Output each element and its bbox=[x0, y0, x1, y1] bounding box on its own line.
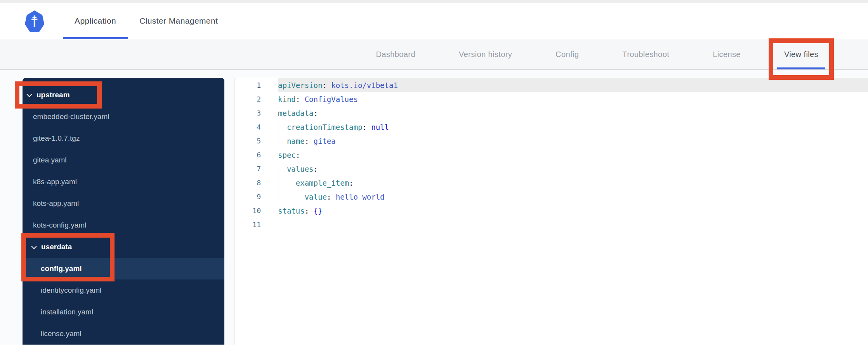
tab-license[interactable]: License bbox=[706, 39, 748, 69]
tab-view-files[interactable]: View files bbox=[777, 39, 825, 69]
file-label: kots-app.yaml bbox=[33, 199, 79, 208]
line-number: 9 bbox=[234, 190, 278, 204]
code-text: metadata: bbox=[278, 106, 868, 120]
tree-file-identityconfig-yaml[interactable]: identityconfig.yaml bbox=[23, 279, 224, 301]
tab-label: License bbox=[713, 50, 741, 59]
token-p: : bbox=[349, 179, 353, 187]
file-label: identityconfig.yaml bbox=[41, 286, 101, 295]
chevron-down-icon[interactable] bbox=[27, 92, 32, 97]
tree-file-k8s-app-yaml[interactable]: k8s-app.yaml bbox=[23, 171, 224, 193]
token-v: kots.io/v1beta1 bbox=[327, 81, 398, 90]
token-p: : bbox=[305, 207, 309, 215]
tab-label: Troubleshoot bbox=[622, 50, 669, 59]
tree-file-gitea-1-0-7-tgz[interactable]: gitea-1.0.7.tgz bbox=[23, 128, 224, 149]
tab-label: Cluster Management bbox=[139, 16, 218, 26]
token-p: : bbox=[314, 165, 318, 173]
token-k: example_item bbox=[296, 179, 349, 187]
code-text: example_item: bbox=[278, 176, 868, 190]
token-v: ConfigValues bbox=[300, 95, 358, 104]
tree-file-installation-yaml[interactable]: installation.yaml bbox=[23, 301, 224, 323]
file-label: kots-config.yaml bbox=[33, 221, 86, 229]
token-v: hello world bbox=[331, 193, 384, 201]
code-text: values: bbox=[278, 162, 868, 176]
token-k: metadata bbox=[278, 109, 314, 117]
code-text: creationTimestamp: null bbox=[278, 120, 868, 134]
token-k: name bbox=[287, 137, 305, 145]
active-tab-underline bbox=[777, 67, 825, 69]
token-p: : bbox=[305, 137, 309, 145]
tab-troubleshoot[interactable]: Troubleshoot bbox=[615, 39, 676, 69]
indent-guide bbox=[278, 190, 287, 204]
line-number: 4 bbox=[234, 120, 278, 134]
tab-label: Config bbox=[556, 50, 579, 59]
token-k: values bbox=[287, 165, 314, 173]
tab-cluster-management[interactable]: Cluster Management bbox=[128, 3, 229, 39]
file-label: embedded-cluster.yaml bbox=[33, 112, 109, 121]
tree-file-kots-app-yaml[interactable]: kots-app.yaml bbox=[23, 193, 224, 214]
line-number: 11 bbox=[234, 218, 278, 232]
app-header: ☨ ApplicationCluster Management bbox=[0, 3, 868, 39]
indent-guide bbox=[278, 176, 287, 190]
code-text: name: gitea bbox=[278, 134, 868, 148]
kubernetes-logo-icon: ☨ bbox=[25, 10, 44, 32]
code-text: apiVersion: kots.io/v1beta1 bbox=[278, 78, 868, 92]
tab-application[interactable]: Application bbox=[63, 3, 128, 39]
line-number: 8 bbox=[234, 176, 278, 190]
indent-guide bbox=[296, 190, 305, 204]
line-number: 7 bbox=[234, 162, 278, 176]
token-p: : bbox=[327, 193, 331, 201]
indent-guide bbox=[278, 162, 287, 176]
file-label: k8s-app.yaml bbox=[33, 178, 77, 186]
tree-file-kots-config-yaml[interactable]: kots-config.yaml bbox=[23, 214, 224, 236]
code-line: 7values: bbox=[234, 162, 868, 176]
header-tabs: ApplicationCluster Management bbox=[63, 3, 229, 39]
tab-config[interactable]: Config bbox=[549, 39, 586, 69]
tree-folder-upstream[interactable]: upstream bbox=[23, 84, 224, 106]
tree-folder-userdata[interactable]: userdata bbox=[23, 236, 224, 258]
code-line: 9value: hello world bbox=[234, 190, 868, 204]
content-area: upstreamembedded-cluster.yamlgitea-1.0.7… bbox=[0, 70, 868, 345]
file-label: installation.yaml bbox=[41, 308, 93, 316]
token-k: apiVersion bbox=[278, 81, 322, 90]
code-line: 8example_item: bbox=[234, 176, 868, 190]
code-line: 5name: gitea bbox=[234, 134, 868, 148]
line-number: 2 bbox=[234, 92, 278, 106]
file-label: gitea-1.0.7.tgz bbox=[33, 134, 80, 143]
tab-label: Version history bbox=[459, 50, 512, 59]
code-text: kind: ConfigValues bbox=[278, 92, 868, 106]
line-number: 5 bbox=[234, 134, 278, 148]
code-text: status: {} bbox=[278, 204, 868, 218]
token-p: : bbox=[322, 81, 326, 90]
tab-dashboard[interactable]: Dashboard bbox=[369, 39, 422, 69]
line-number: 10 bbox=[234, 204, 278, 218]
code-line: 2kind: ConfigValues bbox=[234, 92, 868, 106]
code-text bbox=[278, 218, 868, 232]
tab-label: Dashboard bbox=[376, 50, 415, 59]
tab-version-history[interactable]: Version history bbox=[452, 39, 519, 69]
code-line: 6spec: bbox=[234, 148, 868, 162]
chevron-down-icon[interactable] bbox=[31, 244, 37, 249]
indent-guide bbox=[278, 134, 287, 148]
token-k: spec bbox=[278, 151, 296, 159]
file-editor[interactable]: 1apiVersion: kots.io/v1beta12kind: Confi… bbox=[234, 78, 868, 345]
file-label: license.yaml bbox=[41, 329, 82, 338]
file-label: gitea.yaml bbox=[33, 156, 67, 164]
folder-label: upstream bbox=[36, 91, 70, 99]
token-a: {} bbox=[309, 207, 322, 215]
tree-file-gitea-yaml[interactable]: gitea.yaml bbox=[23, 149, 224, 171]
code-line: 4creationTimestamp: null bbox=[234, 120, 868, 134]
tab-label: View files bbox=[784, 50, 818, 59]
code-text: spec: bbox=[278, 148, 868, 162]
tree-file-embedded-cluster-yaml[interactable]: embedded-cluster.yaml bbox=[23, 106, 224, 128]
token-k: creationTimestamp bbox=[287, 123, 362, 131]
indent-guide bbox=[287, 190, 296, 204]
indent-guide bbox=[287, 176, 296, 190]
tree-file-license-yaml[interactable]: license.yaml bbox=[23, 323, 224, 345]
token-k: status bbox=[278, 207, 305, 215]
tab-label: Application bbox=[75, 16, 116, 26]
secondary-nav: DashboardVersion historyConfigTroublesho… bbox=[0, 39, 868, 70]
token-p: : bbox=[296, 151, 300, 159]
token-k: value bbox=[305, 193, 327, 201]
code-line: 1apiVersion: kots.io/v1beta1 bbox=[234, 78, 868, 92]
tree-file-config-yaml[interactable]: config.yaml bbox=[23, 258, 224, 279]
